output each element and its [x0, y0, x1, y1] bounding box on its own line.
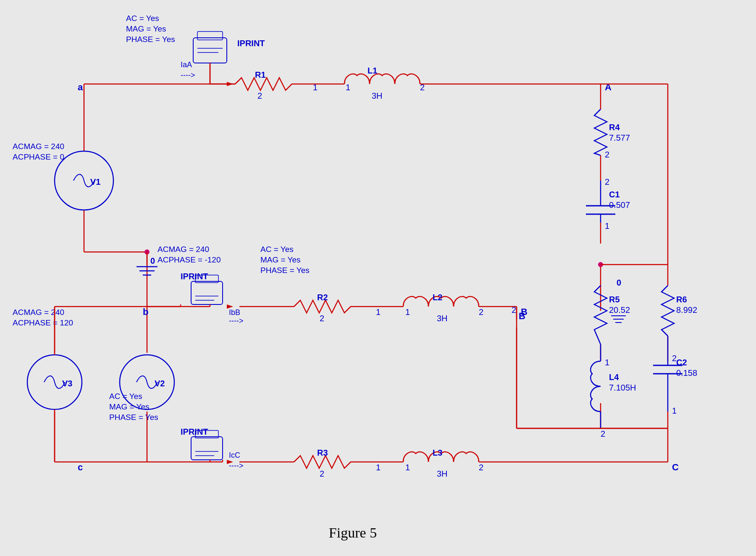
l3-n1: 1 [405, 463, 410, 472]
r2-label: R2 [317, 293, 328, 302]
l2-value: 3H [437, 314, 448, 323]
c1-n2: 1 [605, 221, 609, 231]
r5-label: R5 [609, 295, 620, 304]
node-C-label: C [672, 462, 679, 472]
v3-acmag: ACMAG = 240 [13, 308, 64, 317]
r6-label: R6 [676, 295, 687, 304]
iprint-top-arrow: ----> [181, 71, 195, 79]
v1-acphase: ACPHASE = 0 [13, 152, 64, 161]
v3-acphase: ACPHASE = 120 [13, 318, 73, 327]
l1-n1: 1 [346, 83, 350, 92]
iprint-bot-mag: MAG = Yes [109, 402, 150, 411]
iprint-bot-phase: PHASE = Yes [109, 413, 158, 422]
iprint-mid-phase: PHASE = Yes [260, 266, 310, 275]
r1-n2: 1 [313, 83, 318, 92]
v2-acphase: ACPHASE = -120 [158, 255, 221, 264]
svg-text:2: 2 [601, 429, 605, 438]
iprint-mid-name: IbB [229, 308, 240, 317]
iprint-top-label: IPRINT [237, 39, 265, 48]
c1-label: C1 [609, 190, 620, 199]
node-b-label: b [143, 307, 148, 317]
r1-label: R1 [255, 70, 266, 79]
l1-n2: 2 [420, 83, 425, 92]
node-c-label: c [78, 462, 83, 472]
c2-n1: 1 [672, 406, 677, 415]
l3-label: L3 [433, 448, 442, 457]
r1-n1: 2 [257, 91, 262, 100]
svg-rect-0 [0, 0, 756, 556]
l3-n2: 2 [479, 463, 483, 472]
iprint-bot-name: IcC [229, 451, 240, 459]
iprint-top-name: IaA [181, 60, 192, 69]
r2-n1: 2 [320, 314, 324, 323]
l3-value: 3H [437, 469, 448, 478]
circuit-diagram: a b c A B C IPRINT AC = Yes MAG = Yes PH… [0, 0, 756, 556]
c1-value: 0.507 [609, 200, 630, 210]
r3-n1: 2 [320, 469, 324, 478]
svg-text:2: 2 [512, 305, 516, 315]
iprint-mid-mag: MAG = Yes [260, 255, 301, 264]
iprint-mid-arrow: ----> [229, 317, 244, 325]
l4-value: 7.105H [609, 383, 636, 392]
iprint-mid-ac: AC = Yes [260, 245, 294, 254]
r4-value: 7.577 [609, 133, 630, 142]
gnd-label: 0 [150, 256, 155, 265]
c1-n1: 2 [605, 177, 609, 186]
l2-n1: 1 [405, 307, 410, 317]
node-a-label: a [78, 82, 83, 92]
r6-value: 8.992 [676, 305, 697, 315]
l2-n2: 2 [479, 307, 483, 317]
v1-acmag: ACMAG = 240 [13, 142, 64, 151]
l1-label: L1 [368, 66, 377, 75]
l4-n1: 1 [605, 358, 609, 367]
iprint-top-mag: MAG = Yes [126, 24, 166, 33]
r3-label: R3 [317, 448, 328, 457]
c2-label: C2 [676, 358, 687, 367]
r2-n2: 1 [376, 307, 381, 317]
r4-n2: 2 [605, 150, 609, 159]
iprint-bot-ac: AC = Yes [109, 392, 142, 401]
iprint-bot-arrow: ----> [229, 462, 244, 470]
l4-label: L4 [609, 372, 619, 382]
iprint-mid-label: IPRINT [181, 272, 208, 281]
svg-text:B: B [519, 311, 525, 321]
figure-label: Figure 5 [329, 525, 377, 540]
c2-value: 0.158 [676, 368, 697, 378]
v2-acmag: ACMAG = 240 [158, 245, 209, 254]
r3-n2: 1 [376, 463, 381, 472]
v3-label: V3 [62, 379, 72, 388]
iprint-top-phase: PHASE = Yes [126, 35, 175, 44]
r4-label: R4 [609, 123, 620, 132]
l2-label: L2 [433, 293, 442, 302]
l1-value: 3H [372, 91, 383, 100]
r5-gnd: 0 [617, 278, 621, 287]
r5-value: 20.52 [609, 305, 630, 315]
iprint-top-ac: AC = Yes [126, 14, 159, 23]
iprint-bot-label: IPRINT [181, 427, 208, 436]
v2-label: V2 [155, 379, 165, 388]
v1-label: V1 [90, 177, 100, 186]
